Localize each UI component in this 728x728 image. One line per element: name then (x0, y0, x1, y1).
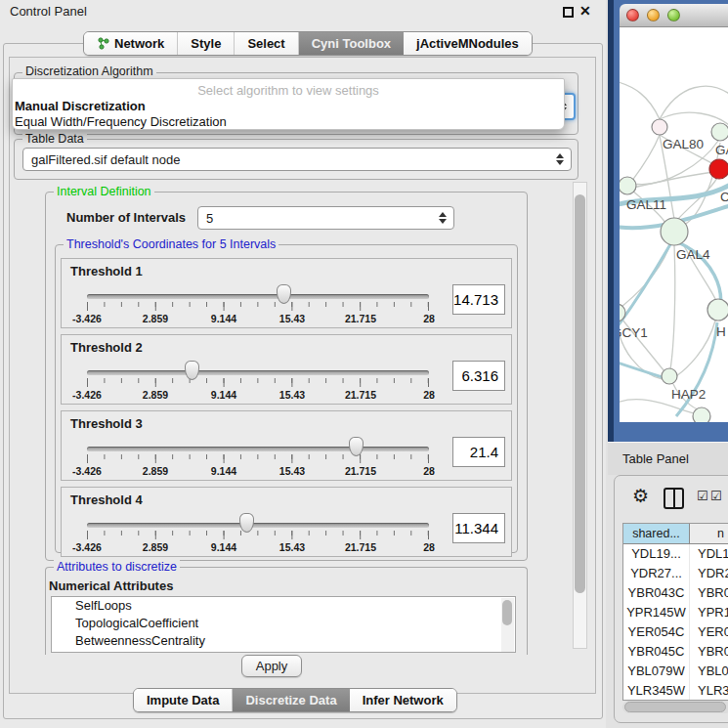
axis-label: 28 (423, 389, 435, 401)
threshold-3-slider[interactable]: -3.426 2.859 9.144 15.43 21.715 28 (87, 411, 429, 482)
cell[interactable]: YDL1 (690, 544, 728, 564)
node-gal11[interactable] (620, 177, 636, 194)
close-traffic-light-icon[interactable] (626, 9, 639, 21)
slider-track[interactable] (87, 370, 429, 375)
axis-label: 9.144 (211, 389, 236, 401)
tab-cyni-toolbox[interactable]: Cyni Toolbox (299, 32, 404, 55)
tab-select[interactable]: Select (235, 32, 298, 55)
num-intervals-combobox[interactable]: 5 (197, 206, 454, 230)
cell[interactable]: YBR0 (690, 583, 728, 603)
settings-scrollbar[interactable] (573, 182, 587, 649)
threshold-1-slider[interactable]: -3.426 2.859 9.144 15.43 21.715 28 (87, 259, 429, 329)
cell[interactable]: YDR2 (690, 564, 728, 583)
table-data-combobox[interactable]: galFiltered.sif default node (22, 148, 572, 171)
table-row[interactable]: YBR043CYBR0 (623, 583, 728, 603)
list-scrollbar[interactable] (501, 598, 514, 653)
numerical-attributes-label: Numerical Attributes (49, 578, 173, 593)
table-row[interactable]: YDL19...YDL1 (623, 544, 728, 564)
zoom-traffic-light-icon[interactable] (667, 9, 680, 21)
cyni-bottom-tabbar: Impute Data Discretize Data Infer Networ… (133, 688, 457, 712)
table-row[interactable]: YBL079WYBL0 (623, 662, 728, 681)
network-view-canvas[interactable]: GAL80 GA C GAL11 GAL4 GCY1 H HAP2 (620, 27, 728, 422)
cell[interactable]: YLR3 (690, 681, 728, 701)
slider-track[interactable] (87, 523, 429, 528)
slider-axis-labels: -3.426 2.859 9.144 15.43 21.715 28 (87, 541, 429, 553)
algorithm-group-label: Discretization Algorithm (22, 64, 156, 78)
apply-button[interactable]: Apply (241, 655, 302, 677)
float-window-icon[interactable] (563, 7, 574, 18)
table-row[interactable]: YER054CYER0 (623, 622, 728, 642)
list-item[interactable]: SelfLoops (52, 597, 515, 615)
list-item[interactable]: TopologicalCoefficient (52, 615, 515, 632)
dropdown-option-equal-width[interactable]: Equal Width/Frequency Discretization (15, 114, 227, 129)
panel-title: Control Panel (10, 4, 87, 19)
tab-style[interactable]: Style (178, 32, 235, 55)
cell[interactable]: YBL079W (623, 662, 690, 681)
gear-icon[interactable]: ⚙ (632, 485, 649, 507)
axis-label: 9.144 (211, 541, 236, 553)
cell[interactable]: YER0 (690, 622, 728, 642)
table-horizontal-scrollbar-thumb[interactable] (624, 702, 726, 712)
slider-track[interactable] (87, 294, 429, 299)
settings-scrollbar-thumb[interactable] (575, 194, 585, 593)
slider-thumb[interactable] (349, 437, 364, 456)
threshold-2-value-field[interactable] (452, 361, 505, 391)
combo-stepper-icon (556, 153, 564, 165)
cell[interactable]: YER054C (623, 622, 690, 642)
cell[interactable]: YPR145W (623, 603, 690, 622)
tab-network[interactable]: Network (84, 32, 178, 55)
slider-thumb[interactable] (185, 361, 199, 380)
node-gal4[interactable] (661, 218, 688, 245)
node-bottom-partial[interactable] (693, 407, 710, 422)
node-label: GAL4 (676, 247, 710, 262)
close-icon[interactable]: ✕ (579, 3, 591, 19)
slider-thumb[interactable] (239, 513, 254, 533)
node-gal80[interactable] (652, 119, 667, 135)
tab-style-label: Style (191, 36, 221, 51)
axis-label: 15.43 (279, 313, 305, 324)
tab-impute-data[interactable]: Impute Data (134, 689, 233, 711)
list-scrollbar-thumb[interactable] (502, 600, 512, 625)
axis-label: 15.43 (279, 389, 305, 401)
threshold-2-slider[interactable]: -3.426 2.859 9.144 15.43 21.715 28 (87, 335, 429, 406)
table-row[interactable]: YLR345WYLR3 (623, 681, 728, 701)
dropdown-option-manual[interactable]: Manual Discretization (15, 99, 146, 113)
tab-jactivemnodules[interactable]: jActiveMNodules (404, 32, 532, 55)
cell[interactable]: YBR043C (623, 583, 690, 603)
split-table-icon[interactable] (664, 488, 684, 509)
threshold-4-value-field[interactable] (452, 513, 505, 543)
table-row[interactable]: YPR145WYPR1 (623, 603, 728, 622)
cell[interactable]: YDL19... (623, 544, 690, 564)
threshold-2-panel: Threshold 2 -3.426 2.859 9.144 15.43 21.… (61, 334, 512, 405)
cell[interactable]: YDR27... (623, 564, 690, 583)
cell[interactable]: YBR0 (690, 642, 728, 662)
minimize-traffic-light-icon[interactable] (647, 9, 660, 21)
cell[interactable]: YLR345W (623, 681, 690, 701)
node-hap2[interactable] (662, 368, 677, 384)
tab-infer-network[interactable]: Infer Network (350, 689, 456, 711)
table-row[interactable]: YBR045CYBR0 (623, 642, 728, 662)
tab-select-label: Select (247, 36, 284, 51)
threshold-1-value-field[interactable] (452, 284, 505, 315)
table-horizontal-scrollbar[interactable] (622, 701, 728, 713)
cell[interactable]: YPR1 (690, 603, 728, 622)
node-selected-red[interactable] (709, 159, 728, 179)
column-header-name[interactable]: n (690, 524, 728, 543)
threshold-4-slider[interactable]: -3.426 2.859 9.144 15.43 21.715 28 (87, 488, 429, 558)
threshold-3-value-field[interactable] (452, 437, 505, 467)
table-data-group: Table Data galFiltered.sif default node (14, 139, 578, 180)
tab-discretize-data[interactable]: Discretize Data (233, 689, 349, 711)
cell[interactable]: YBR045C (623, 642, 690, 662)
slider-track[interactable] (87, 447, 429, 451)
column-header-shared[interactable]: shared... (623, 524, 690, 543)
axis-label: 2.859 (143, 313, 168, 324)
checkbox-icon[interactable]: ☑ (710, 489, 722, 503)
axis-label: 28 (423, 541, 435, 553)
node-h[interactable] (707, 299, 728, 321)
checkbox-icon[interactable]: ☑ (697, 489, 708, 503)
node-ga[interactable] (711, 123, 728, 141)
list-item[interactable]: BetweennessCentrality (52, 632, 515, 650)
cell[interactable]: YBL0 (690, 662, 728, 681)
table-row[interactable]: YDR27...YDR2 (623, 564, 728, 583)
slider-thumb[interactable] (277, 284, 291, 304)
